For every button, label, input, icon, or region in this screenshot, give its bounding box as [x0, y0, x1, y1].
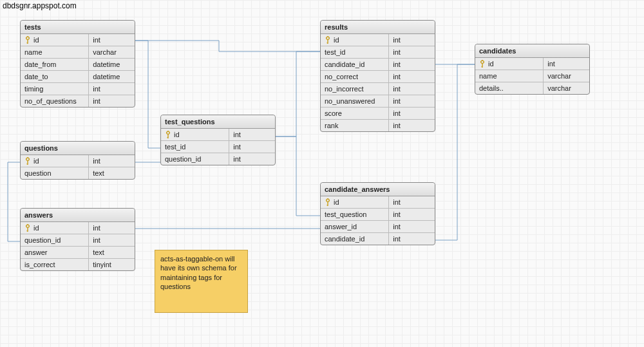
table-row[interactable]: no_unansweredint: [321, 95, 435, 108]
column-name: details..: [479, 84, 504, 92]
table-results[interactable]: resultsidinttest_idintcandidate_idintno_…: [320, 20, 435, 132]
column-type: int: [393, 97, 401, 105]
table-test-questions[interactable]: test_questionsidinttest_idintquestion_id…: [160, 115, 276, 165]
column-name: score: [325, 109, 342, 117]
table-title[interactable]: candidates: [475, 44, 589, 58]
svg-line-11: [167, 137, 168, 138]
primary-key-icon: [23, 35, 32, 44]
table-row[interactable]: idint: [161, 129, 275, 141]
column-type: int: [233, 143, 241, 151]
column-type: int: [93, 97, 100, 105]
column-type: int: [393, 109, 401, 117]
table-answers[interactable]: answersidintquestion_idintanswertextis_c…: [20, 208, 135, 271]
table-row[interactable]: timingint: [21, 83, 135, 95]
svg-line-17: [327, 205, 328, 205]
column-type: int: [393, 235, 401, 243]
table-row[interactable]: rankint: [321, 120, 435, 131]
column-type: int: [93, 85, 100, 93]
column-type: int: [393, 36, 401, 44]
table-title[interactable]: results: [321, 21, 435, 34]
table-row[interactable]: candidate_idint: [321, 233, 435, 245]
column-name: id: [334, 36, 339, 44]
table-row[interactable]: is_correcttinyint: [21, 259, 135, 270]
column-name: name: [479, 72, 497, 80]
column-name: date_from: [24, 61, 57, 68]
column-type: varchar: [547, 84, 571, 92]
column-name: answer_id: [325, 223, 357, 230]
table-row[interactable]: candidate_idint: [321, 59, 435, 71]
table-row[interactable]: idint: [21, 222, 135, 234]
column-type: int: [393, 223, 401, 230]
column-type: int: [93, 157, 100, 165]
table-title[interactable]: test_questions: [161, 115, 275, 129]
primary-key-icon: [323, 35, 332, 44]
table-title[interactable]: candidate_answers: [321, 183, 435, 196]
primary-key-icon: [478, 59, 487, 68]
table-row[interactable]: idint: [21, 34, 135, 46]
table-row[interactable]: no_of_questionsint: [21, 95, 135, 107]
table-row[interactable]: namevarchar: [21, 46, 135, 59]
table-row[interactable]: test_idint: [321, 46, 435, 59]
table-title[interactable]: tests: [21, 21, 135, 34]
column-type: int: [547, 60, 555, 68]
table-title[interactable]: answers: [21, 209, 135, 222]
table-row[interactable]: question_idint: [161, 153, 275, 165]
column-name: no_correct: [325, 73, 358, 80]
svg-line-14: [327, 42, 328, 43]
column-name: id: [488, 60, 494, 68]
column-name: name: [24, 48, 43, 56]
column-type: text: [93, 169, 104, 177]
column-name: id: [33, 36, 39, 44]
svg-line-20: [482, 66, 482, 67]
table-candidates[interactable]: candidatesidintnamevarchardetails..varch…: [475, 44, 590, 95]
column-name: question_id: [165, 155, 201, 163]
table-row[interactable]: questiontext: [21, 167, 135, 179]
sticky-note-text: acts-as-taggable-on will have its own sc…: [160, 255, 237, 290]
column-type: int: [233, 155, 241, 163]
column-name: test_question: [325, 211, 366, 218]
column-name: no_incorrect: [325, 85, 364, 93]
column-name: question: [24, 169, 52, 177]
table-row[interactable]: no_incorrectint: [321, 83, 435, 95]
table-row[interactable]: idint: [21, 155, 135, 167]
column-type: int: [93, 224, 100, 232]
column-name: answer: [24, 249, 47, 256]
table-row[interactable]: details..varchar: [475, 82, 589, 94]
column-name: timing: [24, 85, 43, 93]
table-row[interactable]: answer_idint: [321, 221, 435, 233]
table-title[interactable]: questions: [21, 142, 135, 155]
column-type: datetime: [93, 73, 120, 80]
column-name: id: [33, 157, 39, 165]
column-type: int: [393, 48, 401, 56]
primary-key-icon: [164, 130, 173, 139]
table-row[interactable]: date_fromdatetime: [21, 59, 135, 71]
table-row[interactable]: test_idint: [161, 141, 275, 153]
table-questions[interactable]: questionsidintquestiontext: [20, 141, 135, 180]
table-row[interactable]: idint: [321, 34, 435, 46]
sticky-note[interactable]: acts-as-taggable-on will have its own sc…: [155, 250, 248, 313]
svg-line-2: [27, 42, 28, 43]
table-row[interactable]: namevarchar: [475, 70, 589, 82]
table-row[interactable]: no_correctint: [321, 71, 435, 83]
column-name: no_unanswered: [325, 97, 375, 105]
primary-key-icon: [23, 223, 32, 232]
column-name: candidate_id: [325, 235, 365, 243]
table-row[interactable]: answertext: [21, 247, 135, 259]
table-candidate-answers[interactable]: candidate_answersidinttest_questionintan…: [320, 182, 435, 245]
column-type: int: [393, 198, 401, 206]
table-row[interactable]: idint: [321, 196, 435, 209]
table-row[interactable]: idint: [475, 58, 589, 70]
column-name: id: [33, 224, 39, 232]
table-row[interactable]: scoreint: [321, 108, 435, 120]
svg-line-8: [27, 230, 28, 231]
column-type: int: [93, 36, 100, 44]
table-row[interactable]: date_todatetime: [21, 71, 135, 83]
column-type: int: [393, 73, 401, 80]
column-type: int: [93, 236, 100, 244]
table-row[interactable]: question_idint: [21, 234, 135, 247]
column-name: id: [334, 198, 339, 206]
column-name: rank: [325, 122, 338, 129]
table-tests[interactable]: testsidintnamevarchardate_fromdatetimeda…: [20, 20, 135, 108]
table-row[interactable]: test_questionint: [321, 209, 435, 221]
svg-line-5: [27, 164, 28, 164]
